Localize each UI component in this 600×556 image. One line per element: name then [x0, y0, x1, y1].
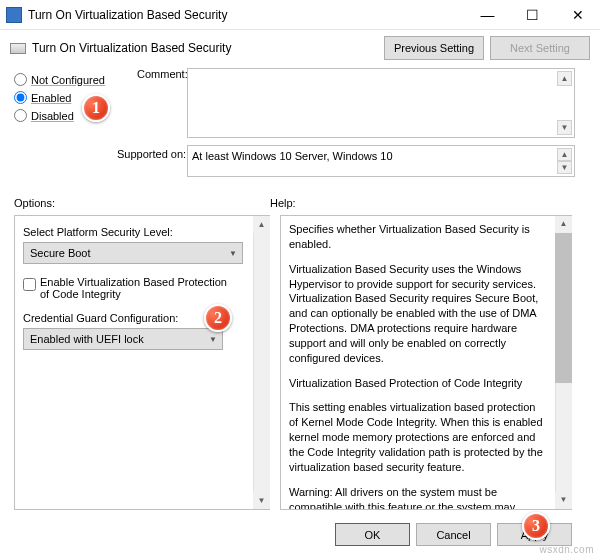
minimize-button[interactable]: —: [465, 0, 510, 30]
radio-disabled-input[interactable]: [14, 109, 27, 122]
supported-on-box: At least Windows 10 Server, Windows 10 ▲…: [187, 145, 575, 177]
scroll-up-icon[interactable]: ▲: [253, 216, 270, 233]
scroll-down-icon[interactable]: ▼: [555, 492, 572, 509]
chevron-down-icon: ▼: [229, 249, 237, 258]
code-integrity-checkbox-label: Enable Virtualization Based Protection o…: [40, 276, 234, 300]
scroll-up-icon[interactable]: ▲: [555, 216, 572, 233]
radio-disabled-label: Disabled: [31, 110, 74, 122]
comment-label: Comment:: [137, 68, 188, 80]
help-p2: Virtualization Based Security uses the W…: [289, 262, 564, 366]
maximize-button[interactable]: ☐: [510, 0, 555, 30]
supported-on-value: At least Windows 10 Server, Windows 10: [192, 150, 393, 162]
comment-textarea[interactable]: ▲ ▼: [187, 68, 575, 138]
lower-panels: ▲ ▼ Select Platform Security Level: Secu…: [14, 215, 572, 510]
supported-on-label: Supported on:: [117, 148, 186, 160]
credential-guard-value: Enabled with UEFI lock: [30, 333, 144, 345]
previous-setting-button[interactable]: Previous Setting: [384, 36, 484, 60]
app-icon: [6, 7, 22, 23]
annotation-badge-1: 1: [82, 94, 110, 122]
cancel-button[interactable]: Cancel: [416, 523, 491, 546]
platform-security-value: Secure Boot: [30, 247, 91, 259]
scroll-down-icon[interactable]: ▼: [557, 161, 572, 174]
window-controls: — ☐ ✕: [465, 0, 600, 30]
radio-not-configured-label: Not Configured: [31, 74, 105, 86]
scroll-down-icon[interactable]: ▼: [253, 492, 270, 509]
next-setting-button: Next Setting: [490, 36, 590, 60]
policy-title: Turn On Virtualization Based Security: [32, 41, 378, 55]
code-integrity-checkbox[interactable]: [23, 278, 36, 291]
annotation-badge-3: 3: [522, 512, 550, 540]
help-p4: This setting enables virtualization base…: [289, 400, 564, 474]
scroll-down-icon[interactable]: ▼: [557, 120, 572, 135]
scroll-up-icon[interactable]: ▲: [557, 148, 572, 161]
ok-button[interactable]: OK: [335, 523, 410, 546]
help-p5: Warning: All drivers on the system must …: [289, 485, 564, 510]
help-p1: Specifies whether Virtualization Based S…: [289, 222, 564, 252]
platform-security-label: Select Platform Security Level:: [23, 226, 262, 238]
radio-enabled-input[interactable]: [14, 91, 27, 104]
options-label: Options:: [14, 197, 270, 209]
help-p3: Virtualization Based Protection of Code …: [289, 376, 564, 391]
platform-security-dropdown[interactable]: Secure Boot ▼: [23, 242, 243, 264]
watermark: wsxdn.com: [539, 544, 594, 555]
section-headers: Options: Help:: [14, 197, 572, 209]
title-bar: Turn On Virtualization Based Security — …: [0, 0, 600, 30]
radio-enabled-label: Enabled: [31, 92, 71, 104]
help-panel: ▲ ▼ Specifies whether Virtualization Bas…: [280, 215, 572, 510]
code-integrity-checkbox-row[interactable]: Enable Virtualization Based Protection o…: [23, 276, 262, 300]
chevron-down-icon: ▼: [209, 335, 217, 344]
scroll-up-icon[interactable]: ▲: [557, 71, 572, 86]
options-scrollbar-track[interactable]: [253, 216, 270, 509]
radio-not-configured[interactable]: Not Configured: [14, 73, 105, 86]
help-scrollbar-thumb[interactable]: [555, 233, 572, 383]
annotation-badge-2: 2: [204, 304, 232, 332]
header-row: Turn On Virtualization Based Security Pr…: [0, 30, 600, 66]
help-label: Help:: [270, 197, 296, 209]
radio-not-configured-input[interactable]: [14, 73, 27, 86]
window-title: Turn On Virtualization Based Security: [28, 8, 465, 22]
close-button[interactable]: ✕: [555, 0, 600, 30]
policy-icon: [10, 43, 26, 54]
options-panel: ▲ ▼ Select Platform Security Level: Secu…: [14, 215, 270, 510]
credential-guard-dropdown[interactable]: Enabled with UEFI lock ▼: [23, 328, 223, 350]
